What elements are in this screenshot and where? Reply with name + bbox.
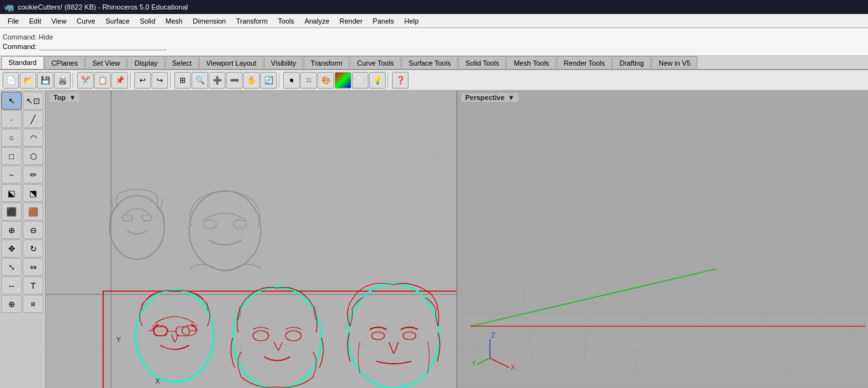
toolbar: 📄 📂 💾 🖨️ ✂️ 📋 📌 ↩ ↪ ⊞ 🔍 ➕ ➖ ✋ 🔄 ■ □ 🎨 ⚪ … [0, 70, 868, 90]
toolbar-shaded[interactable]: ■ [283, 72, 300, 89]
tool-layers[interactable]: ≡ [23, 295, 43, 313]
toolbar-new[interactable]: 📄 [3, 72, 19, 89]
menu-view[interactable]: View [46, 16, 72, 26]
tab-select[interactable]: Select [165, 56, 199, 69]
command-prompt-row: Command: [3, 42, 865, 50]
toolbar-cut[interactable]: ✂️ [77, 72, 94, 89]
menu-file[interactable]: File [3, 16, 24, 26]
tab-viewport-layout[interactable]: Viewport Layout [199, 56, 263, 69]
tool-solid[interactable]: 🟫 [23, 203, 43, 220]
svg-text:X: X [155, 377, 160, 385]
menu-surface[interactable]: Surface [101, 16, 135, 26]
tab-solid-tools[interactable]: Solid Tools [458, 56, 506, 69]
tool-mirror[interactable]: ⇔ [23, 258, 43, 276]
toolbar-render[interactable]: 🎨 [318, 72, 334, 89]
toolbar-color[interactable] [335, 72, 351, 89]
tool-select[interactable]: ↖ [1, 92, 22, 110]
tab-surface-tools[interactable]: Surface Tools [402, 56, 458, 69]
tab-render-tools[interactable]: Render Tools [557, 56, 612, 69]
tool-line[interactable]: ╱ [23, 110, 43, 128]
toolbar-light[interactable]: 💡 [369, 72, 386, 89]
toolbar-copy[interactable]: 📋 [94, 72, 111, 89]
viewport-perspective[interactable]: Perspective ▼ [458, 90, 868, 388]
viewport-top[interactable]: Top ▼ [46, 90, 458, 388]
viewports: Top ▼ [46, 90, 868, 388]
tool-rotate[interactable]: ↻ [23, 240, 43, 257]
toolbar-print[interactable]: 🖨️ [54, 72, 71, 89]
tool-row-10: ⤡ ⇔ [1, 258, 44, 276]
toolbar-help[interactable]: ❓ [392, 72, 409, 89]
menu-transform[interactable]: Transform [231, 16, 273, 26]
tab-transform[interactable]: Transform [304, 56, 349, 69]
toolbar-zoom-ext[interactable]: ⊞ [174, 72, 191, 89]
tool-select-alt[interactable]: ↖⊡ [23, 92, 43, 110]
toolbar-separator-3 [170, 73, 172, 88]
tool-row-6: ⬕ ⬔ [1, 184, 44, 202]
toolbar-paste[interactable]: 📌 [111, 72, 128, 89]
tool-row-3: ○ ◠ [1, 129, 44, 147]
tool-surface-alt[interactable]: ⬔ [23, 184, 43, 202]
command-input[interactable] [39, 42, 167, 50]
toolbar-undo[interactable]: ↩ [134, 72, 151, 89]
toolbar-zoom-out[interactable]: ➖ [226, 72, 242, 89]
tool-snap[interactable]: ⊕ [1, 295, 22, 313]
tool-boolean[interactable]: ⊕ [1, 221, 22, 239]
toolbar-zoom-in[interactable]: ➕ [209, 72, 225, 89]
toolbar-rotate[interactable]: 🔄 [260, 72, 277, 89]
menu-panels[interactable]: Panels [368, 16, 400, 26]
tool-surface[interactable]: ⬕ [1, 184, 22, 202]
viewport-perspective-label[interactable]: Perspective ▼ [461, 93, 519, 102]
tool-row-5: ~ ✏ [1, 166, 44, 183]
tab-standard[interactable]: Standard [1, 56, 44, 69]
viewport-top-label[interactable]: Top ▼ [50, 93, 80, 102]
tool-curve[interactable]: ~ [1, 166, 22, 183]
menu-dimension[interactable]: Dimension [188, 16, 231, 26]
tab-curve-tools[interactable]: Curve Tools [350, 56, 401, 69]
tool-row-12: ⊕ ≡ [1, 295, 44, 313]
toolbar-wire[interactable]: □ [300, 72, 317, 89]
app-icon: 🦏 [4, 3, 14, 12]
viewport-perspective-canvas: Z Y X [458, 90, 868, 388]
tab-setview[interactable]: Set View [85, 56, 127, 69]
tool-circle[interactable]: ○ [1, 129, 22, 147]
menu-render[interactable]: Render [335, 16, 368, 26]
toolbar-pan[interactable]: ✋ [243, 72, 260, 89]
tool-move[interactable]: ✥ [1, 240, 22, 257]
menu-solid[interactable]: Solid [135, 16, 160, 26]
title-text: cookieCutters! (8822 KB) - Rhinoceros 5.… [18, 3, 188, 11]
tab-new-v5[interactable]: New in V5 [652, 56, 697, 69]
tool-extrude[interactable]: ⬛ [1, 203, 22, 220]
tool-row-4: □ ⬡ [1, 147, 44, 165]
tab-drafting[interactable]: Drafting [612, 56, 651, 69]
tab-cplanes[interactable]: CPlanes [45, 56, 85, 69]
toolbar-open[interactable]: 📂 [20, 72, 36, 89]
tool-rect[interactable]: □ [1, 147, 22, 165]
tool-text[interactable]: T [23, 277, 43, 294]
menu-analyze[interactable]: Analyze [299, 16, 334, 26]
tool-polygon[interactable]: ⬡ [23, 147, 43, 165]
tool-row-11: ↔ T [1, 277, 44, 294]
tab-mesh-tools[interactable]: Mesh Tools [507, 56, 556, 69]
toolbar-zoom-sel[interactable]: 🔍 [192, 72, 208, 89]
tool-dim[interactable]: ↔ [1, 277, 22, 294]
toolbar-material[interactable]: ⚪ [352, 72, 368, 89]
main-layout: ↖ ↖⊡ · ╱ ○ ◠ □ ⬡ ~ ✏ ⬕ ⬔ ⬛ 🟫 ⊕ ⊖ [0, 90, 868, 388]
menu-help[interactable]: Help [399, 16, 424, 26]
menu-bar: File Edit View Curve Surface Solid Mesh … [0, 14, 868, 28]
tool-boolean-sub[interactable]: ⊖ [23, 221, 43, 239]
viewport-top-canvas: Y X [46, 90, 456, 388]
tool-arc[interactable]: ◠ [23, 129, 43, 147]
tab-visibility[interactable]: Visibility [264, 56, 304, 69]
tool-point[interactable]: · [1, 110, 22, 128]
viewport-top-dropdown-icon[interactable]: ▼ [69, 94, 76, 101]
menu-tools[interactable]: Tools [273, 16, 300, 26]
tool-scale[interactable]: ⤡ [1, 258, 22, 276]
tool-freehand[interactable]: ✏ [23, 166, 43, 183]
tab-display[interactable]: Display [127, 56, 164, 69]
toolbar-save[interactable]: 💾 [37, 72, 53, 89]
viewport-perspective-dropdown-icon[interactable]: ▼ [508, 94, 515, 101]
menu-curve[interactable]: Curve [71, 16, 100, 26]
menu-mesh[interactable]: Mesh [160, 16, 188, 26]
menu-edit[interactable]: Edit [24, 16, 46, 26]
toolbar-redo[interactable]: ↪ [151, 72, 168, 89]
